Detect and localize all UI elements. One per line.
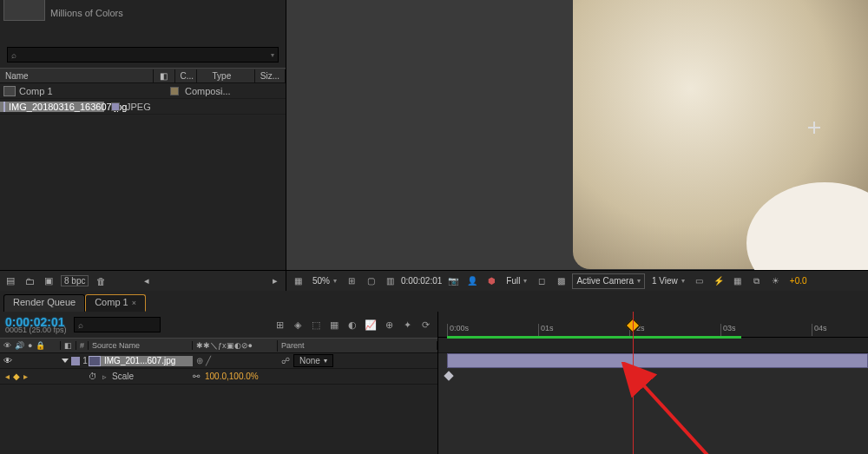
- snapshot-icon[interactable]: 📷: [445, 273, 461, 289]
- col-name[interactable]: Name: [0, 69, 154, 82]
- transparency-grid-icon[interactable]: ▩: [553, 273, 569, 289]
- timecode-display[interactable]: 0:00:02:01 00051 (25.00 fps): [5, 316, 67, 334]
- layer-switches[interactable]: ⊕ ╱: [193, 356, 278, 365]
- timeline-icon[interactable]: ▦: [730, 273, 746, 289]
- quality-switch-icon[interactable]: ╱: [206, 356, 211, 365]
- scroll-right-icon[interactable]: ▸: [268, 274, 282, 288]
- collapse-icon[interactable]: ⟳: [418, 319, 432, 331]
- work-area-bar[interactable]: [447, 336, 868, 339]
- svg-line-0: [640, 381, 733, 454]
- views-dropdown[interactable]: 1 View: [648, 273, 688, 289]
- project-search-input[interactable]: [20, 50, 159, 60]
- timeline-left-pane: 0:00:02:01 00051 (25.00 fps) ⌕ ⊞ ◈ ⬚ ▦ ◐…: [0, 312, 438, 454]
- video-toggle-icon[interactable]: 👁: [3, 356, 12, 365]
- parent-header[interactable]: Parent: [278, 341, 437, 350]
- pickwhip-icon[interactable]: ☍: [278, 356, 293, 365]
- exposure-value[interactable]: +0.0: [787, 273, 810, 289]
- frame-blend-icon[interactable]: ▦: [327, 319, 341, 331]
- preview-canvas[interactable]: [286, 0, 868, 270]
- project-search[interactable]: ⌕ ▾: [7, 47, 279, 63]
- project-items-list[interactable]: Comp 1 Composi... IMG_20180316_163607.jp…: [0, 83, 286, 270]
- trash-icon[interactable]: 🗑: [94, 274, 108, 288]
- project-columns-header: Name ◧ C... Type Siz...: [0, 68, 286, 83]
- stopwatch-icon[interactable]: ⏱: [89, 372, 97, 381]
- new-folder-icon[interactable]: 🗀: [23, 274, 36, 288]
- resolution-icon[interactable]: ⊞: [344, 273, 359, 289]
- twirl-down-icon[interactable]: [62, 359, 69, 363]
- motion-blur-icon[interactable]: ◐: [345, 319, 359, 331]
- switches-header: ✱✱＼ƒx▣◐⊘●: [193, 340, 278, 352]
- collapse-switch-icon[interactable]: ⊕: [196, 356, 203, 365]
- current-time[interactable]: 0:00:02:01: [401, 276, 442, 286]
- ruler-tick: 01s: [538, 324, 554, 336]
- next-keyframe-icon[interactable]: ▸: [23, 372, 28, 381]
- label-swatch[interactable]: [170, 87, 179, 95]
- num-header: #: [76, 341, 89, 350]
- source-header[interactable]: Source Name: [89, 341, 193, 350]
- interpret-footage-icon[interactable]: ▤: [3, 274, 17, 288]
- comp-flow-icon[interactable]: ⧉: [749, 273, 765, 289]
- col-type[interactable]: Type: [197, 69, 255, 82]
- search-dropdown-icon[interactable]: ▾: [271, 51, 274, 59]
- graph-editor-icon[interactable]: 📈: [364, 319, 378, 331]
- bpc-toggle[interactable]: 8 bpc: [61, 275, 89, 286]
- camera-dropdown[interactable]: Active Camera: [572, 273, 645, 289]
- draft-3d-icon[interactable]: ◈: [291, 319, 305, 331]
- project-footer: ▤ 🗀 ▣ 8 bpc 🗑 ◂ ▸: [0, 270, 286, 291]
- zoom-dropdown[interactable]: 50%: [309, 273, 340, 289]
- project-item-thumbnail[interactable]: [3, 0, 45, 21]
- roi-icon[interactable]: ◻: [534, 273, 549, 289]
- pixel-aspect-icon[interactable]: ▭: [692, 273, 707, 289]
- resolution-dropdown[interactable]: Full: [503, 273, 530, 289]
- close-icon[interactable]: ×: [128, 299, 136, 307]
- col-comment[interactable]: C...: [175, 69, 197, 82]
- reset-exposure-icon[interactable]: ☀: [768, 273, 784, 289]
- project-row-comp[interactable]: Comp 1 Composi...: [0, 83, 286, 99]
- label-swatch[interactable]: [111, 102, 120, 111]
- image-icon: [89, 356, 101, 366]
- layer-source-name[interactable]: IMG_201...607.jpg: [89, 356, 193, 366]
- keyframe-icon[interactable]: [444, 371, 453, 380]
- lock-icon: 🔒: [36, 341, 45, 350]
- layer-row[interactable]: 👁 1 IMG_201...607.jpg ⊕ ╱ ☍: [0, 353, 437, 369]
- timeline-right-pane[interactable]: 0:00s 01s 02s 03s 04s: [438, 312, 868, 454]
- project-panel: Millions of Colors ⌕ ▾ Name ◧ C... Type …: [0, 0, 286, 291]
- keyframe-icon[interactable]: [628, 371, 638, 380]
- preview-image: [573, 0, 868, 269]
- col-label-icon[interactable]: ◧: [154, 69, 174, 82]
- layer-duration-bar[interactable]: [447, 353, 868, 368]
- fast-preview-icon[interactable]: ⚡: [711, 273, 727, 289]
- grid-icon[interactable]: ▥: [382, 273, 398, 289]
- layer-columns-header: 👁 🔊 ● 🔒 ◧ # Source Name ✱✱＼ƒx▣◐⊘● Parent: [0, 338, 437, 353]
- new-comp-icon[interactable]: ▣: [42, 274, 56, 288]
- tab-comp[interactable]: Comp 1×: [85, 294, 146, 312]
- scroll-left-icon[interactable]: ◂: [140, 274, 154, 288]
- timeline-tracks[interactable]: [438, 353, 868, 454]
- auto-keyframe-icon[interactable]: ✦: [400, 319, 414, 331]
- col-size[interactable]: Siz...: [255, 69, 286, 82]
- shy-icon[interactable]: ⬚: [309, 319, 323, 331]
- toggle-mask-icon[interactable]: ▦: [290, 273, 306, 289]
- safe-zones-icon[interactable]: ▢: [363, 273, 378, 289]
- property-value[interactable]: 100.0,100.0%: [205, 372, 259, 381]
- time-ruler[interactable]: 0:00s 01s 02s 03s 04s: [438, 312, 868, 338]
- solo-icon: ●: [28, 341, 32, 350]
- comp-mini-flow-icon[interactable]: ⊞: [273, 319, 286, 331]
- speaker-icon: 🔊: [15, 341, 24, 350]
- item-type: Composi...: [185, 86, 246, 96]
- timeline-toolbar: ⊞ ◈ ⬚ ▦ ◐ 📈 ⊕ ✦ ⟳: [273, 319, 432, 331]
- tab-render-queue[interactable]: Render Queue: [3, 294, 85, 312]
- layer-label-swatch[interactable]: [71, 357, 80, 365]
- show-snapshot-icon[interactable]: 👤: [464, 273, 480, 289]
- prev-keyframe-icon[interactable]: ◂: [5, 372, 10, 381]
- constrain-proportions-icon[interactable]: ⚯: [193, 372, 200, 381]
- timeline-search[interactable]: ⌕: [74, 317, 161, 332]
- keyframe-diamond-icon[interactable]: ◆: [13, 372, 20, 381]
- channel-icon[interactable]: ⬢: [483, 273, 499, 289]
- property-row-scale[interactable]: ◂ ◆ ▸ ⏱ ▹ Scale ⚯ 100.0,100.0%: [0, 369, 437, 385]
- twirl-icon[interactable]: ▹: [102, 372, 107, 381]
- parent-dropdown[interactable]: None: [293, 354, 333, 367]
- project-row-image[interactable]: IMG_20180316_163607.jpg JPEG: [0, 99, 286, 115]
- ruler-tick: 0:00s: [447, 324, 469, 336]
- brainstorm-icon[interactable]: ⊕: [382, 319, 396, 331]
